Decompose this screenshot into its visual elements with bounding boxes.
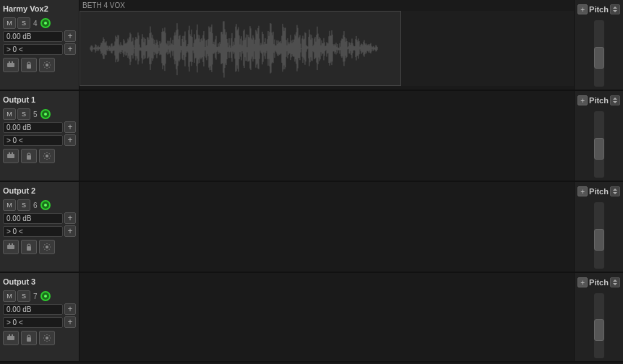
- lock-icon-harmy-vox2[interactable]: [21, 58, 37, 72]
- plugin-icon-output-3[interactable]: [3, 331, 19, 345]
- db-row-output-3: 0.00 dB +: [3, 303, 76, 315]
- mute-button-output-2[interactable]: M: [3, 199, 16, 211]
- track-timeline-harmy-vox2[interactable]: BETH 4 VOX: [80, 0, 574, 90]
- db-plus-harmy-vox2[interactable]: +: [64, 30, 76, 42]
- pitch-column-harmy-vox2: + Pitch: [574, 0, 623, 90]
- track-timeline-output-1[interactable]: [80, 91, 574, 181]
- channel-num-output-2: 6: [33, 202, 38, 209]
- pitch-slider-output-2[interactable]: [594, 202, 604, 269]
- pitch-plus-output-2[interactable]: +: [577, 186, 588, 196]
- pitch-arrows-output-2[interactable]: [610, 186, 620, 196]
- pitch-column-output-3: + Pitch: [574, 273, 623, 361]
- pan-value-harmy-vox2[interactable]: > 0 <: [3, 44, 63, 55]
- track-timeline-output-2[interactable]: [80, 182, 574, 272]
- channel-num-output-1: 5: [33, 110, 38, 118]
- pan-plus-harmy-vox2[interactable]: +: [64, 43, 76, 55]
- svg-rect-2: [12, 61, 13, 64]
- plugin-icon-output-1[interactable]: [3, 149, 19, 163]
- track-controls-output-1: Output 1 M S 5 0.00 dB + > 0 < +: [0, 91, 80, 181]
- plugin-icon-harmy-vox2[interactable]: [3, 58, 19, 72]
- settings-icon-output-1[interactable]: [39, 149, 55, 163]
- waveform-label-harmy-vox2: BETH 4 VOX: [82, 1, 125, 9]
- db-value-output-2[interactable]: 0.00 dB: [3, 213, 63, 224]
- db-plus-output-3[interactable]: +: [64, 303, 76, 315]
- settings-icon-output-3[interactable]: [39, 331, 55, 345]
- lock-icon-output-2[interactable]: [21, 240, 37, 254]
- mute-button-output-3[interactable]: M: [3, 290, 16, 302]
- icon-row-output-3: [3, 331, 76, 345]
- settings-icon-output-2[interactable]: [39, 240, 55, 254]
- pitch-column-output-2: + Pitch: [574, 182, 623, 272]
- svg-rect-0: [7, 63, 14, 67]
- solo-button-output-2[interactable]: S: [17, 199, 30, 211]
- track-name-output-3: Output 3: [3, 276, 76, 289]
- svg-point-14: [46, 246, 48, 248]
- pitch-plus-harmy-vox2[interactable]: +: [577, 4, 588, 14]
- pan-row-output-1: > 0 < +: [3, 134, 76, 146]
- lock-icon-output-1[interactable]: [21, 149, 37, 163]
- volume-indicator-harmy-vox2: [40, 18, 51, 28]
- mute-button-harmy-vox2[interactable]: M: [3, 17, 16, 29]
- track-buttons-row: M S 4: [3, 17, 76, 29]
- svg-rect-11: [9, 243, 10, 246]
- icon-row-output-2: [3, 240, 76, 254]
- solo-button-output-3[interactable]: S: [17, 290, 30, 302]
- pan-row-harmy-vox2: > 0 < +: [3, 43, 76, 55]
- pitch-arrows-output-3[interactable]: [610, 277, 620, 287]
- svg-rect-5: [7, 154, 14, 158]
- track-buttons-row: M S 6: [3, 199, 76, 211]
- pitch-thumb-output-1[interactable]: [594, 138, 604, 160]
- pitch-label-output-1: Pitch: [589, 96, 609, 105]
- pitch-thumb-output-2[interactable]: [594, 229, 604, 251]
- svg-rect-7: [12, 152, 13, 155]
- svg-rect-8: [27, 155, 31, 160]
- pitch-slider-output-1[interactable]: [594, 111, 604, 178]
- track-controls-harmy-vox2: Harmy Vox2 M S 4 0.00 dB + > 0 < +: [0, 0, 80, 90]
- pitch-arrows-harmy-vox2[interactable]: [610, 4, 620, 14]
- pitch-slider-output-3[interactable]: [594, 293, 604, 358]
- pan-value-output-2[interactable]: > 0 <: [3, 226, 63, 237]
- solo-button-harmy-vox2[interactable]: S: [17, 17, 30, 29]
- waveform-canvas-harmy-vox2: [80, 12, 400, 85]
- db-value-output-3[interactable]: 0.00 dB: [3, 304, 63, 315]
- db-row-harmy-vox2: 0.00 dB +: [3, 30, 76, 42]
- track-timeline-output-3[interactable]: [80, 273, 574, 361]
- pitch-header-harmy-vox2: + Pitch: [575, 3, 623, 16]
- pitch-thumb-harmy-vox2[interactable]: [594, 47, 604, 69]
- pitch-slider-harmy-vox2[interactable]: [594, 20, 604, 87]
- pan-plus-output-2[interactable]: +: [64, 225, 76, 237]
- svg-point-19: [46, 337, 48, 339]
- pitch-thumb-output-3[interactable]: [594, 319, 604, 341]
- pitch-plus-output-1[interactable]: +: [577, 95, 588, 105]
- track-row-output-3: Output 3 M S 7 0.00 dB + > 0 < +: [0, 273, 623, 363]
- db-plus-output-1[interactable]: +: [64, 121, 76, 133]
- main-container: Harmy Vox2 M S 4 0.00 dB + > 0 < +: [0, 0, 623, 364]
- plugin-icon-output-2[interactable]: [3, 240, 19, 254]
- svg-rect-1: [9, 61, 10, 64]
- pan-row-output-2: > 0 < +: [3, 225, 76, 237]
- lock-icon-output-3[interactable]: [21, 331, 37, 345]
- settings-icon-harmy-vox2[interactable]: [39, 58, 55, 72]
- volume-indicator-output-1: [40, 109, 51, 119]
- svg-point-9: [46, 155, 48, 157]
- pan-value-output-3[interactable]: > 0 <: [3, 317, 63, 328]
- svg-rect-16: [9, 334, 10, 337]
- pan-value-output-1[interactable]: > 0 <: [3, 135, 63, 146]
- db-plus-output-2[interactable]: +: [64, 212, 76, 224]
- mute-button-output-1[interactable]: M: [3, 108, 16, 120]
- pan-plus-output-1[interactable]: +: [64, 134, 76, 146]
- pan-plus-output-3[interactable]: +: [64, 316, 76, 328]
- pitch-header-output-3: + Pitch: [575, 276, 623, 289]
- pitch-label-output-2: Pitch: [589, 187, 609, 196]
- svg-rect-12: [12, 243, 13, 246]
- track-row-harmy-vox2: Harmy Vox2 M S 4 0.00 dB + > 0 < +: [0, 0, 623, 91]
- pitch-arrows-output-1[interactable]: [610, 95, 620, 105]
- solo-button-output-1[interactable]: S: [17, 108, 30, 120]
- pitch-plus-output-3[interactable]: +: [577, 277, 588, 287]
- db-value-output-1[interactable]: 0.00 dB: [3, 122, 63, 133]
- track-row-output-1: Output 1 M S 5 0.00 dB + > 0 < +: [0, 91, 623, 182]
- svg-rect-3: [27, 64, 31, 69]
- pitch-header-output-1: + Pitch: [575, 94, 623, 107]
- icon-row-harmy-vox2: [3, 58, 76, 72]
- db-value-harmy-vox2[interactable]: 0.00 dB: [3, 31, 63, 42]
